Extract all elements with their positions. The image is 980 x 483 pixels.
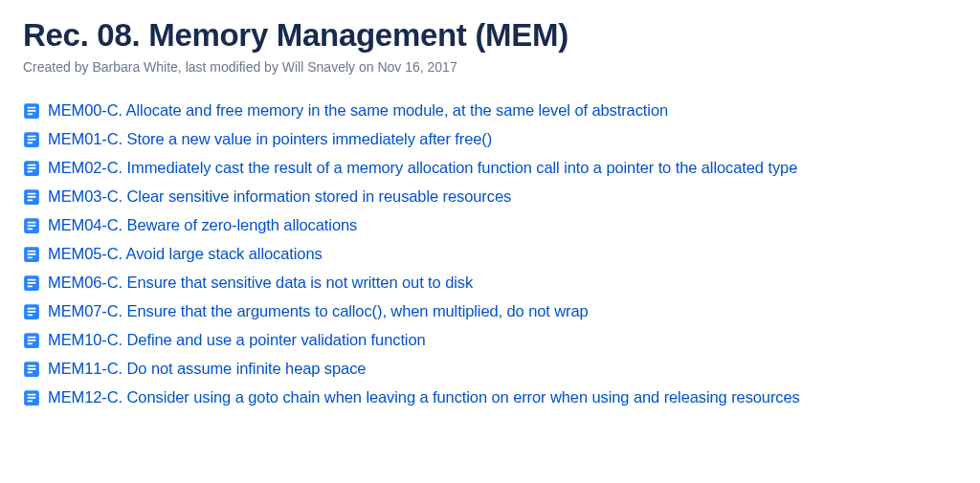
child-page-list: MEM00-C. Allocate and free memory in the… (23, 101, 957, 406)
created-by-prefix: Created by (23, 59, 92, 75)
svg-rect-21 (28, 250, 36, 252)
svg-rect-26 (28, 282, 36, 284)
svg-rect-38 (28, 368, 36, 370)
list-item: MEM07-C. Ensure that the arguments to ca… (23, 302, 957, 320)
page-icon (23, 361, 40, 378)
svg-rect-39 (28, 371, 33, 373)
child-page-link[interactable]: MEM11-C. Do not assume infinite heap spa… (48, 360, 366, 378)
svg-rect-19 (28, 228, 33, 230)
svg-rect-6 (28, 139, 36, 141)
page-meta: Created by Barbara White, last modified … (23, 59, 957, 75)
svg-rect-30 (28, 311, 36, 313)
child-page-link[interactable]: MEM03-C. Clear sensitive information sto… (48, 187, 511, 206)
created-by-author[interactable]: Barbara White (92, 59, 177, 75)
list-item: MEM10-C. Define and use a pointer valida… (23, 331, 957, 349)
svg-rect-33 (28, 336, 36, 338)
svg-rect-41 (28, 393, 36, 395)
svg-rect-2 (28, 110, 36, 112)
svg-rect-17 (28, 221, 36, 223)
page-icon (23, 332, 40, 349)
svg-rect-27 (28, 285, 33, 287)
modified-on-date[interactable]: Nov 16, 2017 (377, 59, 457, 75)
svg-rect-14 (28, 196, 36, 198)
svg-rect-3 (28, 113, 33, 115)
svg-rect-35 (28, 342, 33, 344)
svg-rect-42 (28, 397, 36, 399)
list-item: MEM12-C. Consider using a goto chain whe… (23, 388, 957, 406)
svg-rect-23 (28, 256, 33, 258)
svg-rect-9 (28, 164, 36, 165)
svg-rect-7 (28, 142, 33, 143)
page-icon (23, 188, 40, 206)
child-page-link[interactable]: MEM00-C. Allocate and free memory in the… (48, 101, 668, 120)
child-page-link[interactable]: MEM10-C. Define and use a pointer valida… (48, 331, 426, 349)
page-icon (23, 131, 40, 148)
svg-rect-13 (28, 192, 36, 194)
list-item: MEM01-C. Store a new value in pointers i… (23, 130, 957, 148)
page-icon (23, 246, 40, 263)
modified-by-author[interactable]: Will Snavely (282, 59, 355, 75)
svg-rect-5 (28, 135, 36, 137)
modified-prefix: , last modified by (178, 59, 282, 75)
list-item: MEM05-C. Avoid large stack allocations (23, 245, 957, 263)
child-page-link[interactable]: MEM12-C. Consider using a goto chain whe… (48, 388, 800, 406)
page-icon (23, 217, 40, 234)
child-page-link[interactable]: MEM07-C. Ensure that the arguments to ca… (48, 302, 589, 320)
child-page-link[interactable]: MEM06-C. Ensure that sensitive data is n… (48, 274, 473, 292)
svg-rect-37 (28, 364, 36, 366)
page-icon (23, 389, 40, 406)
list-item: MEM06-C. Ensure that sensitive data is n… (23, 274, 957, 292)
svg-rect-10 (28, 167, 36, 169)
list-item: MEM04-C. Beware of zero-length allocatio… (23, 216, 957, 234)
child-page-link[interactable]: MEM04-C. Beware of zero-length allocatio… (48, 216, 357, 234)
svg-rect-1 (28, 106, 36, 108)
svg-rect-15 (28, 199, 33, 201)
svg-rect-18 (28, 225, 36, 227)
child-page-link[interactable]: MEM01-C. Store a new value in pointers i… (48, 130, 492, 148)
child-page-link[interactable]: MEM02-C. Immediately cast the result of … (48, 159, 797, 177)
svg-rect-25 (28, 278, 36, 280)
list-item: MEM03-C. Clear sensitive information sto… (23, 187, 957, 206)
svg-rect-11 (28, 170, 33, 172)
page-icon (23, 102, 40, 120)
page-icon (23, 303, 40, 320)
page-title: Rec. 08. Memory Management (MEM) (23, 17, 957, 54)
list-item: MEM00-C. Allocate and free memory in the… (23, 101, 957, 120)
svg-rect-31 (28, 314, 33, 316)
list-item: MEM02-C. Immediately cast the result of … (23, 159, 957, 177)
svg-rect-22 (28, 253, 36, 255)
page-icon (23, 160, 40, 177)
svg-rect-29 (28, 307, 36, 309)
list-item: MEM11-C. Do not assume infinite heap spa… (23, 360, 957, 378)
child-page-link[interactable]: MEM05-C. Avoid large stack allocations (48, 245, 323, 263)
svg-rect-34 (28, 340, 36, 341)
page-icon (23, 274, 40, 292)
modified-on-prefix: on (355, 59, 377, 75)
svg-rect-43 (28, 400, 33, 402)
